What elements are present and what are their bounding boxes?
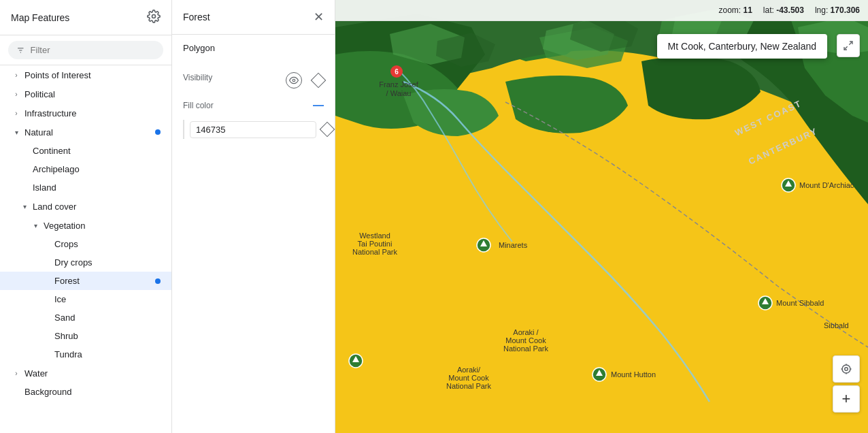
left-panel: Map Features ›Points of Interest›Politic… bbox=[0, 0, 172, 433]
chevron-icon: › bbox=[11, 69, 22, 80]
svg-point-0 bbox=[152, 15, 156, 18]
tree-item-tundra[interactable]: Tundra bbox=[0, 345, 171, 364]
svg-text:Mount Sibbald: Mount Sibbald bbox=[776, 299, 824, 307]
left-panel-header: Map Features bbox=[0, 0, 171, 35]
gear-icon[interactable] bbox=[147, 10, 161, 25]
fill-color-minus[interactable]: — bbox=[313, 99, 324, 112]
chevron-icon: › bbox=[11, 368, 22, 379]
tree-item-crops[interactable]: Crops bbox=[0, 235, 171, 253]
svg-text:Tai Poutini: Tai Poutini bbox=[358, 240, 393, 248]
filter-input[interactable] bbox=[31, 45, 155, 55]
tree-item-water[interactable]: ›Water bbox=[0, 364, 171, 383]
locate-button[interactable] bbox=[833, 355, 860, 383]
map-tooltip: Mt Cook, Canterbury, New Zealand bbox=[657, 34, 827, 59]
tree-item-political[interactable]: ›Political bbox=[0, 84, 171, 103]
left-panel-title: Map Features bbox=[11, 12, 69, 23]
color-swatch[interactable] bbox=[183, 120, 184, 139]
svg-text:Westland: Westland bbox=[359, 231, 390, 240]
tree-item-label: Infrastructure bbox=[24, 108, 161, 118]
close-icon[interactable]: ✕ bbox=[314, 10, 324, 25]
tree-item-points-of-interest[interactable]: ›Points of Interest bbox=[0, 65, 171, 84]
tree-item-label: Natural bbox=[24, 127, 152, 138]
tree-item-land-cover[interactable]: ▾Land cover bbox=[0, 197, 171, 216]
tree-item-infrastructure[interactable]: ›Infrastructure bbox=[0, 103, 171, 123]
svg-text:Mount D'Archiac: Mount D'Archiac bbox=[799, 181, 854, 189]
eye-icon[interactable] bbox=[286, 72, 302, 89]
polygon-section: Polygon bbox=[172, 35, 335, 67]
middle-panel: Forest ✕ Polygon Visibility Fill color —… bbox=[172, 0, 335, 433]
tree-item-ice[interactable]: Ice bbox=[0, 290, 171, 308]
svg-point-46 bbox=[845, 368, 848, 371]
chevron-icon: › bbox=[11, 89, 22, 99]
tree-item-label: Water bbox=[24, 368, 161, 379]
tree-item-label: Archipelago bbox=[33, 164, 161, 174]
tree-item-dry-crops[interactable]: Dry crops bbox=[0, 253, 171, 272]
svg-text:Aoraki /: Aoraki / bbox=[513, 328, 539, 336]
svg-line-45 bbox=[844, 46, 848, 50]
tree-item-background[interactable]: Background bbox=[0, 383, 171, 401]
tree-item-archipelago[interactable]: Archipelago bbox=[0, 160, 171, 178]
tree-item-label: Forest bbox=[54, 276, 152, 286]
filter-container bbox=[0, 35, 171, 65]
svg-text:National Park: National Park bbox=[446, 382, 492, 390]
tree-item-continent[interactable]: Continent bbox=[0, 142, 171, 160]
tree-item-label: Tundra bbox=[54, 349, 161, 359]
zoom-display: zoom: 11 bbox=[718, 5, 752, 15]
zoom-value: 11 bbox=[743, 5, 752, 15]
visibility-diamond-icon[interactable] bbox=[311, 73, 327, 89]
svg-line-44 bbox=[849, 42, 852, 45]
tree-item-label: Continent bbox=[33, 146, 161, 156]
chevron-icon: ▾ bbox=[11, 127, 22, 138]
color-input-row: 146735 bbox=[172, 117, 335, 147]
tree-item-label: Vegetation bbox=[44, 221, 161, 231]
filter-icon bbox=[16, 46, 25, 55]
svg-text:Mount Hutton: Mount Hutton bbox=[611, 370, 656, 379]
tree-item-vegetation[interactable]: ▾Vegetation bbox=[0, 216, 171, 235]
active-dot bbox=[155, 129, 161, 135]
lat-display: lat: -43.503 bbox=[763, 5, 804, 15]
tree-item-label: Ice bbox=[54, 294, 161, 304]
fullscreen-button[interactable] bbox=[837, 34, 860, 57]
chevron-icon: ▾ bbox=[30, 220, 41, 231]
tree-item-label: Island bbox=[33, 182, 161, 193]
svg-text:Sibbald: Sibbald bbox=[824, 321, 849, 330]
polygon-label: Polygon bbox=[183, 43, 324, 53]
color-hex-input[interactable]: 146735 bbox=[190, 121, 316, 138]
tree-item-label: Points of Interest bbox=[24, 70, 161, 80]
tooltip-text: Mt Cook, Canterbury, New Zealand bbox=[668, 41, 816, 52]
tree-item-label: Dry crops bbox=[54, 257, 161, 268]
tree-item-sand[interactable]: Sand bbox=[0, 308, 171, 327]
svg-text:6: 6 bbox=[395, 68, 399, 76]
tree-item-shrub[interactable]: Shrub bbox=[0, 327, 171, 345]
fill-color-label: Fill color bbox=[183, 101, 214, 110]
svg-point-47 bbox=[842, 365, 850, 373]
svg-text:Minarets: Minarets bbox=[499, 241, 528, 249]
tree-item-label: Sand bbox=[54, 312, 161, 323]
active-dot bbox=[155, 278, 161, 284]
visibility-label: Visibility bbox=[183, 73, 212, 82]
chevron-icon: ▾ bbox=[19, 201, 30, 212]
lng-display: lng: 170.306 bbox=[815, 5, 860, 15]
svg-text:Franz Josef: Franz Josef bbox=[379, 80, 418, 89]
tree-item-natural[interactable]: ▾Natural bbox=[0, 123, 171, 142]
chevron-icon: › bbox=[11, 108, 22, 118]
tree-item-forest[interactable]: Forest bbox=[0, 272, 171, 290]
middle-panel-title: Forest bbox=[183, 12, 210, 22]
visibility-row: Visibility bbox=[172, 67, 335, 94]
fill-color-row: Fill color — bbox=[172, 94, 335, 117]
tree-item-island[interactable]: Island bbox=[0, 178, 171, 197]
map-svg: WEST COAST CANTERBURY WEST COAST CANTERB… bbox=[335, 0, 868, 433]
map-controls: + bbox=[833, 355, 860, 413]
middle-panel-header: Forest ✕ bbox=[172, 0, 335, 35]
tree-item-label: Political bbox=[24, 89, 161, 99]
svg-point-4 bbox=[293, 79, 295, 82]
tree-item-label: Shrub bbox=[54, 331, 161, 341]
color-diamond-icon[interactable] bbox=[320, 122, 335, 138]
lng-value: 170.306 bbox=[831, 5, 860, 15]
svg-text:Aoraki/: Aoraki/ bbox=[457, 366, 481, 374]
map-area[interactable]: zoom: 11 lat: -43.503 lng: 170.306 bbox=[335, 0, 868, 433]
lat-value: -43.503 bbox=[776, 5, 804, 15]
zoom-in-button[interactable]: + bbox=[833, 385, 860, 413]
map-header: zoom: 11 lat: -43.503 lng: 170.306 bbox=[335, 0, 868, 21]
tree-item-label: Background bbox=[24, 387, 161, 397]
